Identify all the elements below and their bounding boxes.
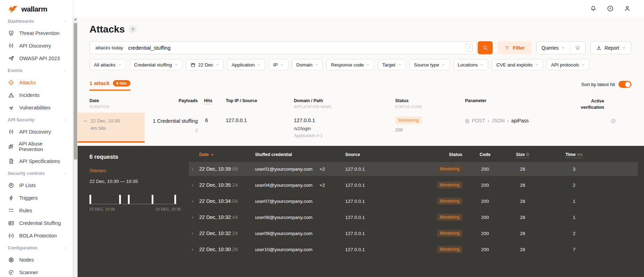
biohazard-icon: ☣ <box>8 104 15 111</box>
search-button[interactable] <box>478 41 493 54</box>
sidebar-item-api-discovery-2[interactable]: API Discovery <box>0 126 73 138</box>
requests-col-size[interactable]: SizeB <box>504 152 541 157</box>
chevron-down-icon[interactable] <box>83 119 88 123</box>
col-hits[interactable]: Hits <box>204 98 226 111</box>
request-row[interactable]: › 22 Dec, 10:32:24 user09@yourcompany.co… <box>189 226 638 240</box>
sidebar-item-triggers[interactable]: Triggers <box>0 192 73 204</box>
col-parameter: Parameter <box>465 98 580 111</box>
section-api-security[interactable]: API Security <box>0 114 73 126</box>
chevron-right-icon[interactable]: › <box>189 214 199 220</box>
active-verification-disabled-icon[interactable]: ⊘ <box>580 113 644 143</box>
report-button[interactable]: Report <box>591 41 631 54</box>
sidebar-item-api-discovery[interactable]: API Discovery <box>0 40 73 52</box>
sidebar-item-attacks[interactable]: Attacks <box>0 76 73 89</box>
sidebar-item-ip-lists[interactable]: IP IP Lists <box>0 179 73 192</box>
bolt-icon <box>8 194 15 201</box>
sidebar-item-api-abuse-prevention[interactable]: API Abuse Prevention <box>0 138 73 155</box>
extra-credentials-badge[interactable]: +2 <box>319 166 325 172</box>
section-security-controls[interactable]: Security controls <box>0 168 73 179</box>
filter-button[interactable]: Filter <box>498 41 531 54</box>
chevron-right-icon[interactable]: › <box>189 230 199 236</box>
chevron-right-icon[interactable]: › <box>189 246 199 253</box>
chevron-right-icon[interactable]: › <box>189 182 199 188</box>
chevron-right-icon[interactable]: › <box>189 166 199 172</box>
scrollbar-thumb[interactable] <box>74 23 77 159</box>
download-icon <box>596 45 602 51</box>
search-wrap: attacks today credential_stuffing / <box>89 41 493 54</box>
filter-chip-all-attacks[interactable]: All attacks <box>89 59 126 70</box>
page-header: Attacks ? <box>89 24 631 35</box>
favorite-button[interactable]: ☆ <box>570 42 585 54</box>
requests-table-header: Date▼ Stuffed credential Source Status C… <box>189 150 638 159</box>
section-events[interactable]: Events <box>0 65 73 76</box>
request-row[interactable]: › 22 Dec, 10:32:44 user08@yourcompany.co… <box>189 210 638 224</box>
scrollbar-track[interactable] <box>73 17 78 277</box>
chevron-down-icon <box>280 63 284 66</box>
attack-duration: 4m 58s <box>91 125 120 132</box>
filter-chip-target[interactable]: Target <box>378 59 406 70</box>
filter-chip-api-protocols[interactable]: API protocols <box>547 59 589 70</box>
sort-label: Sort by latest hit <box>581 82 615 87</box>
status-badge: Monitoring <box>437 230 462 237</box>
request-row[interactable]: › 22 Dec, 10:39:08 user01@yourcompany.co… <box>189 162 638 176</box>
scanner-icon <box>8 269 15 276</box>
parameter-icon: ▤ <box>465 118 469 123</box>
chevron-down-icon <box>118 63 122 66</box>
bell-icon[interactable] <box>590 5 597 12</box>
chevron-down-icon <box>257 63 261 66</box>
filter-chip-application[interactable]: Application <box>227 59 265 70</box>
attack-hits: 6 <box>204 113 226 143</box>
person-icon[interactable] <box>624 5 631 12</box>
help-icon[interactable]: ? <box>607 5 614 12</box>
calendar-icon <box>190 62 196 68</box>
results-summary: 1 attack 6 hits Sort by latest hit <box>89 80 631 91</box>
sidebar-nav: Dashboards Threat Prevention API Discove… <box>0 15 73 277</box>
requests-col-date[interactable]: Date▼ <box>199 152 255 157</box>
extra-credentials-badge[interactable]: +2 <box>319 183 325 188</box>
sidebar-item-owasp-api-2023[interactable]: OWASP API 2023 <box>0 52 73 65</box>
filter-chip-credential-stuffing[interactable]: Credential stuffing <box>130 59 183 70</box>
attack-date-cell[interactable]: 22 Dec, 10:30 4m 58s <box>78 113 145 143</box>
details-info: 6 requests Stamps: 22 Dec, 10:30 — 10:35… <box>89 146 189 277</box>
requests-count: 6 requests <box>89 154 189 160</box>
sidebar-item-api-specifications[interactable]: API Specifications <box>0 155 73 168</box>
filter-chip-domain[interactable]: Domain <box>292 59 323 70</box>
sidebar-item-nodes[interactable]: Nodes <box>0 254 73 266</box>
toggle-knob <box>625 82 630 87</box>
sidebar-item-rules[interactable]: Rules <box>0 204 73 217</box>
filter-chip-cve-and-exploits[interactable]: CVE and exploits <box>492 59 543 70</box>
filter-chip-ip[interactable]: IP <box>269 59 288 70</box>
section-dashboards[interactable]: Dashboards <box>0 15 73 27</box>
filter-chip-source-type[interactable]: Source type <box>410 59 450 70</box>
page-help-icon[interactable]: ? <box>129 26 137 33</box>
sort-toggle[interactable] <box>618 81 631 88</box>
scrollbar-up-arrow[interactable] <box>74 18 77 20</box>
sidebar-item-threat-prevention[interactable]: Threat Prevention <box>0 27 73 40</box>
queries-button[interactable]: Queries <box>537 42 570 54</box>
section-configuration[interactable]: Configuration <box>0 242 73 254</box>
topbar: ? <box>78 0 644 17</box>
request-row[interactable]: › 22 Dec, 10:30:26 user10@yourcompany.co… <box>189 242 638 256</box>
sidebar-item-incidents[interactable]: Incidents <box>0 89 73 101</box>
document-icon <box>8 158 15 165</box>
attack-row[interactable]: 22 Dec, 10:30 4m 58s 1 Credential stuffi… <box>78 113 644 143</box>
filter-chip-locations[interactable]: Locations <box>453 59 489 70</box>
braces-check-icon <box>8 42 15 49</box>
sidebar-item-vulnerabilities[interactable]: ☣ Vulnerabilities <box>0 101 73 114</box>
attack-date: 22 Dec, 10:30 <box>91 118 120 125</box>
filter-chip-response-code[interactable]: Response code <box>326 59 374 70</box>
attack-count-tab[interactable]: 1 attack 6 hits <box>89 80 130 91</box>
search-input[interactable]: attacks today credential_stuffing / <box>89 41 477 54</box>
attack-top-ip[interactable]: 127.0.0.1 <box>226 113 294 143</box>
sidebar-item-scanner[interactable]: Scanner <box>0 266 73 277</box>
filter-chip-date[interactable]: 22 Dec <box>186 59 224 70</box>
chevron-right-icon[interactable]: › <box>189 198 199 204</box>
requests-col-time[interactable]: Timems <box>541 152 607 157</box>
stamps-label[interactable]: Stamps: <box>89 168 189 173</box>
attacks-table-header: DateDURATION Payloads Hits Top IP / Sour… <box>89 98 631 111</box>
request-row[interactable]: › 22 Dec, 10:35:24 user04@yourcompany.co… <box>189 178 638 192</box>
main-area: ? Attacks ? attacks today credential_stu… <box>78 0 644 277</box>
request-row[interactable]: › 22 Dec, 10:34:04 user07@yourcompany.co… <box>189 194 638 208</box>
sidebar-item-bola-protection[interactable]: ID BOLA Protection <box>0 229 73 242</box>
sidebar-item-credential-stuffing[interactable]: Credential Stuffing <box>0 217 73 229</box>
